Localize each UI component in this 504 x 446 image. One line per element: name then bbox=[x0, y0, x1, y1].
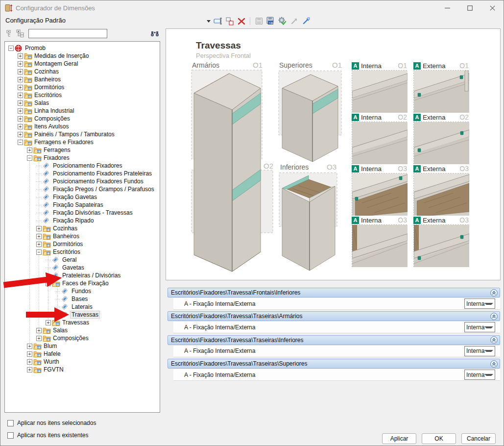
tree-toggle[interactable]: + bbox=[18, 124, 23, 129]
tree-item-dormit-rios[interactable]: +Dormitórios bbox=[5, 240, 84, 248]
tree-toggle[interactable]: + bbox=[18, 85, 23, 90]
collapse-chevron-icon[interactable] bbox=[490, 289, 498, 297]
tree-item-fixa-o-ripado[interactable]: Fixação Ripado bbox=[5, 217, 95, 224]
tree-toggle[interactable]: + bbox=[18, 77, 23, 82]
ok-button[interactable]: OK bbox=[422, 433, 456, 444]
tree-item-dormit-rios[interactable]: +Dormitórios bbox=[5, 83, 65, 91]
tree-item-banheiros[interactable]: +Banheiros bbox=[5, 75, 62, 83]
tree-toggle[interactable]: − bbox=[8, 46, 14, 51]
tree-item-posicionamento-fixadores-prateleiras[interactable]: Posicionamento Fixadores Prateleiras bbox=[5, 170, 153, 177]
tree-item-label: Fixadores bbox=[43, 154, 71, 161]
find-binoculars-icon[interactable] bbox=[150, 29, 159, 38]
save-icon[interactable] bbox=[254, 16, 264, 25]
tree-toggle[interactable]: + bbox=[36, 336, 42, 341]
tree-toggle[interactable]: + bbox=[36, 234, 42, 239]
tree-toggle[interactable]: + bbox=[27, 367, 32, 372]
group-header[interactable]: Escritórios\Fixadores\Travessa\Traseiras… bbox=[168, 311, 500, 321]
tree-item-ferragens[interactable]: +Ferragens bbox=[5, 146, 72, 154]
group-header[interactable]: Escritórios\Fixadores\Travessa\Traseiras… bbox=[168, 359, 500, 369]
fixation-select[interactable]: Interna bbox=[464, 370, 495, 380]
checkbox-aplicar-existentes[interactable]: Aplicar nos itens existentes bbox=[7, 432, 88, 439]
delete-icon[interactable] bbox=[237, 16, 246, 25]
save-code-icon[interactable]: <a> bbox=[266, 16, 275, 25]
tree-toggle[interactable]: + bbox=[18, 61, 23, 67]
tree-item-itens-avulsos[interactable]: +Itens Avulsos bbox=[5, 123, 70, 130]
tree-item-geral[interactable]: Geral bbox=[5, 256, 77, 264]
checkbox-box[interactable] bbox=[7, 432, 14, 439]
tree-item-hafele[interactable]: +Hafele bbox=[5, 350, 62, 358]
tree-item-fixadores[interactable]: −Fixadores bbox=[5, 154, 71, 162]
folder-icon bbox=[33, 366, 42, 373]
tree-item-pain-is-tampos-tamburatos[interactable]: +Painéis / Tampos / Tamburatos bbox=[5, 130, 116, 138]
tree-toggle[interactable]: + bbox=[36, 328, 42, 333]
collapse-chevron-icon[interactable] bbox=[490, 313, 498, 320]
tree-toggle[interactable]: + bbox=[27, 351, 32, 357]
tree-item-cozinhas[interactable]: +Cozinhas bbox=[5, 68, 60, 75]
tree-toggle[interactable]: + bbox=[18, 93, 23, 98]
tree-item-posicionamento-fixadores-fundos[interactable]: Posicionamento Fixadores Fundos bbox=[5, 177, 144, 185]
tree-toggle[interactable]: + bbox=[27, 359, 32, 365]
rename-icon[interactable] bbox=[213, 16, 222, 25]
tree-item-gavetas[interactable]: Gavetas bbox=[5, 264, 85, 272]
arrow-disabled-icon[interactable] bbox=[289, 16, 299, 25]
tree-toggle[interactable]: + bbox=[18, 69, 23, 74]
minimize-button[interactable] bbox=[436, 0, 458, 15]
duplicate-icon[interactable] bbox=[225, 16, 234, 25]
tree-toggle[interactable]: + bbox=[18, 132, 23, 137]
close-button[interactable] bbox=[481, 0, 504, 15]
tree-item-montagem-geral[interactable]: +Montagem Geral bbox=[5, 60, 79, 68]
collapse-chevron-icon[interactable] bbox=[490, 336, 498, 344]
arrow-blue-icon[interactable] bbox=[301, 16, 311, 25]
checkbox-box[interactable] bbox=[7, 420, 14, 426]
group-header[interactable]: Escritórios\Fixadores\Travessa\Traseiras… bbox=[168, 335, 500, 345]
tree-item-fgvtn[interactable]: +FGVTN bbox=[5, 366, 65, 373]
tree-toggle[interactable]: − bbox=[18, 140, 23, 145]
tree-toggle[interactable]: + bbox=[27, 344, 32, 349]
tree-item-promob[interactable]: −Promob bbox=[5, 44, 47, 52]
tree-item-fixa-o-pregos-grampos-parafusos[interactable]: Fixação Pregos / Grampos / Parafusos bbox=[5, 185, 155, 193]
dropdown-caret-icon[interactable] bbox=[207, 20, 211, 23]
tree-item-posicionamento-fixadores[interactable]: Posicionamento Fixadores bbox=[5, 162, 123, 170]
tree-item-composi-es[interactable]: +Composições bbox=[5, 115, 71, 123]
tree-toggle[interactable]: + bbox=[18, 53, 23, 59]
tree-item-escrit-rios[interactable]: −Escritórios bbox=[5, 248, 81, 256]
tree-item-salas[interactable]: +Salas bbox=[5, 326, 69, 334]
fixation-select[interactable]: Interna bbox=[464, 298, 495, 309]
tree-toggle[interactable]: + bbox=[27, 148, 32, 153]
folder-icon bbox=[24, 115, 32, 122]
tree-toggle[interactable]: + bbox=[18, 108, 23, 114]
tree-item-escrit-rios[interactable]: +Escritórios bbox=[5, 91, 63, 99]
maximize-button[interactable] bbox=[458, 0, 481, 15]
aplicar-button[interactable]: Aplicar bbox=[382, 433, 416, 444]
tree-item-fixa-o-gavetas[interactable]: Fixação Gavetas bbox=[5, 193, 98, 201]
fixation-select[interactable]: Interna bbox=[464, 322, 495, 332]
tree-item-composi-es[interactable]: +Composições bbox=[5, 334, 90, 342]
tree-item-fixa-o-sapateiras[interactable]: Fixação Sapateiras bbox=[5, 201, 104, 209]
tree-item-banheiros[interactable]: +Banheiros bbox=[5, 232, 80, 240]
tree-toggle[interactable]: − bbox=[27, 155, 32, 161]
cancelar-button[interactable]: Cancelar bbox=[461, 433, 496, 444]
group-header[interactable]: Escritórios\Fixadores\Travessa\Frontais\… bbox=[168, 288, 500, 297]
collapse-chevron-icon[interactable] bbox=[490, 360, 498, 368]
collapse-all-icon[interactable] bbox=[6, 29, 15, 38]
tree-toggle[interactable]: + bbox=[36, 226, 42, 231]
tree-item-blum[interactable]: +Blum bbox=[5, 342, 58, 350]
expand-all-icon[interactable] bbox=[16, 29, 24, 38]
tree-item-ferragens-e-fixadores[interactable]: −Ferragens e Fixadores bbox=[5, 138, 95, 146]
tree-toggle[interactable]: + bbox=[18, 100, 23, 106]
config-combobox[interactable]: Configuração Padrão bbox=[5, 17, 66, 24]
tree-item-linha-industrial[interactable]: +Linha Industrial bbox=[5, 107, 75, 115]
apply-gear-check-icon[interactable] bbox=[278, 16, 287, 25]
tree-item-fixa-o-divis-rias-travessas[interactable]: Fixação Divisórias - Travessas bbox=[5, 209, 134, 217]
tree-item-salas[interactable]: +Salas bbox=[5, 99, 50, 107]
tree-item-wurth[interactable]: +Wurth bbox=[5, 358, 60, 366]
tree-toggle[interactable]: − bbox=[36, 249, 42, 255]
tree-search-input[interactable] bbox=[28, 29, 107, 38]
tree-item-medidas-de-inser-o[interactable]: +Medidas de Inserção bbox=[5, 52, 90, 60]
tree-toggle[interactable]: + bbox=[36, 242, 42, 247]
tree-item-cozinhas[interactable]: +Cozinhas bbox=[5, 224, 78, 232]
checkbox-aplicar-selecionados[interactable]: Aplicar nos itens selecionados bbox=[7, 420, 96, 426]
fixation-select[interactable]: Interna bbox=[464, 346, 495, 356]
tree-item-bases[interactable]: Bases bbox=[5, 295, 89, 303]
tree-toggle[interactable]: + bbox=[18, 116, 23, 122]
